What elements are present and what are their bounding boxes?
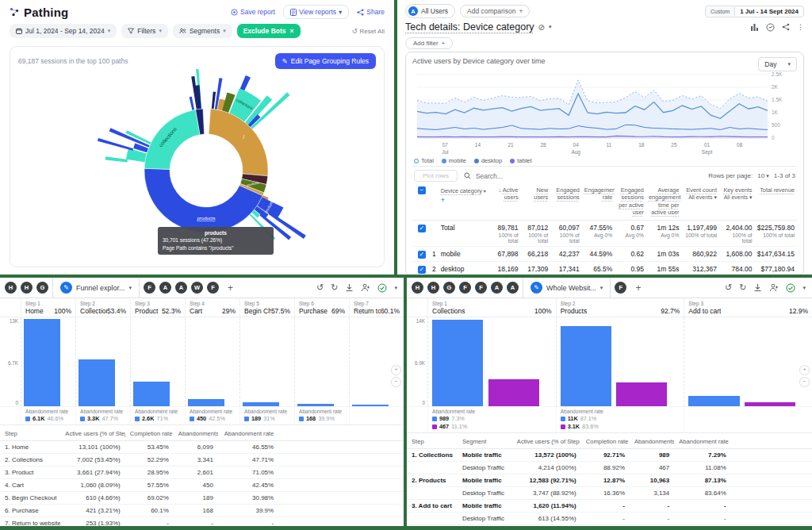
metric-header[interactable]: Engagement rate: [582, 185, 615, 220]
zoom-out-button[interactable]: −: [391, 377, 401, 387]
column-header[interactable]: Completion rate: [581, 435, 630, 449]
exploration-tab[interactable]: F: [144, 282, 155, 294]
date-range-picker[interactable]: Custom 1 Jul - 14 Sept 2024: [705, 6, 804, 17]
chart-toggle-icon[interactable]: [750, 23, 759, 32]
share-user-icon[interactable]: [769, 283, 779, 292]
exploration-tab[interactable]: H: [5, 282, 17, 294]
download-icon[interactable]: [753, 283, 762, 292]
zoom-in-button[interactable]: +: [799, 365, 810, 375]
column-header[interactable]: Active users (% of Step 1): [60, 427, 124, 441]
column-header[interactable]: Step: [407, 435, 458, 449]
redo-icon[interactable]: ↻: [331, 282, 338, 293]
more-vert-icon[interactable]: ⋮: [797, 23, 804, 31]
metric-header[interactable]: Engaged sessions per active user: [615, 185, 646, 220]
exploration-tab[interactable]: H: [21, 282, 33, 294]
share-user-icon[interactable]: [361, 283, 370, 292]
column-header[interactable]: Abandonment rate: [218, 427, 278, 441]
table-row[interactable]: 1. Home13,101 (100%)53.45%6,09946.55%: [0, 441, 404, 454]
chevron-down-icon[interactable]: ▾: [549, 24, 552, 30]
chevron-down-icon[interactable]: ▾: [802, 285, 806, 291]
granularity-select[interactable]: Day ▾: [758, 57, 797, 71]
metric-subfilter[interactable]: All events ▾: [722, 194, 753, 201]
metric-header[interactable]: Event countAll events ▾: [681, 185, 719, 220]
table-row[interactable]: 2. Collections7,002 (53.45%)52.29%3,3414…: [0, 454, 404, 467]
exploration-tab[interactable]: F: [615, 282, 626, 294]
column-header[interactable]: Abandonments: [174, 427, 218, 441]
column-header[interactable]: Step: [0, 427, 60, 441]
filters-button[interactable]: Filters ▾: [121, 24, 168, 38]
metric-header[interactable]: ↓ Active users: [489, 185, 521, 220]
all-users-chip[interactable]: A All Users: [405, 4, 455, 18]
legend-item[interactable]: tablet: [510, 157, 531, 164]
table-row[interactable]: Desktop Traffic613 (14.55%)---: [407, 513, 812, 525]
exploration-tab[interactable]: F: [459, 282, 471, 294]
segments-button[interactable]: Segments ▾: [173, 24, 232, 38]
share-button[interactable]: Share: [357, 8, 385, 16]
exploration-tab[interactable]: H: [427, 282, 439, 294]
active-exploration-tab[interactable]: ✎ Funnel explor... ▾: [52, 278, 140, 298]
chevron-down-icon[interactable]: ▾: [482, 189, 486, 194]
column-header[interactable]: Abandonment rate: [674, 435, 731, 449]
insights-icon[interactable]: [766, 23, 775, 32]
exploration-tab[interactable]: F: [475, 282, 487, 294]
exploration-tab[interactable]: G: [36, 282, 48, 294]
share-icon[interactable]: [782, 23, 790, 31]
table-row[interactable]: 2. ProductsMobile traffic12,583 (92.71%)…: [407, 474, 812, 487]
metric-header[interactable]: Total revenue: [754, 185, 797, 220]
zoom-in-button[interactable]: +: [391, 365, 401, 375]
metric-header[interactable]: Engaged sessions: [550, 185, 582, 220]
column-header[interactable]: Segment: [458, 435, 512, 449]
exploration-tab[interactable]: A: [159, 282, 171, 294]
saved-check-icon[interactable]: [786, 283, 795, 293]
close-icon[interactable]: ×: [290, 27, 294, 35]
table-row[interactable]: 6. Purchase421 (3.21%)60.1%16839.9%: [0, 505, 404, 517]
plot-rows-button[interactable]: Plot rows: [414, 170, 458, 182]
add-comparison-chip[interactable]: Add comparison +: [460, 5, 530, 17]
table-row[interactable]: 1. CollectionsMobile traffic13,572 (100%…: [407, 449, 812, 462]
new-tab-button[interactable]: +: [630, 282, 645, 294]
search-input[interactable]: [474, 171, 549, 181]
undo-icon[interactable]: ↺: [316, 282, 324, 293]
new-tab-button[interactable]: +: [223, 282, 238, 294]
exploration-tab[interactable]: W: [191, 282, 203, 294]
dimension-header[interactable]: Device category ▾ +: [439, 185, 489, 220]
view-reports-button[interactable]: View reports ▾: [283, 5, 349, 19]
table-row[interactable]: 3. Add to cartMobile traffic1,620 (11.94…: [407, 500, 812, 513]
metric-header[interactable]: New users: [521, 185, 551, 220]
redo-icon[interactable]: ↻: [739, 282, 746, 293]
table-row[interactable]: ✓1mobile67,89866,21842,23744.59%0.621m 0…: [412, 246, 797, 261]
metric-header[interactable]: Average engagement time per active user: [646, 185, 682, 220]
undo-icon[interactable]: ↺: [725, 282, 732, 293]
table-row[interactable]: Desktop Traffic3,747 (88.92%)16.36%3,134…: [407, 487, 812, 500]
saved-check-icon[interactable]: [377, 283, 387, 293]
table-row[interactable]: Desktop Traffic4,214 (100%)88.92%46711.0…: [407, 462, 812, 474]
exploration-tab[interactable]: F: [207, 282, 219, 294]
download-icon[interactable]: [345, 283, 354, 292]
table-row[interactable]: 3. Product3,661 (27.94%)28.95%2,60171.05…: [0, 467, 404, 479]
add-filter-button[interactable]: Add filter +: [405, 37, 453, 49]
save-report-button[interactable]: Save report: [231, 8, 275, 16]
exploration-tab[interactable]: A: [491, 282, 503, 294]
row-checkbox[interactable]: ✓: [418, 266, 426, 274]
legend-item[interactable]: mobile: [442, 157, 466, 164]
exploration-tab[interactable]: G: [443, 282, 455, 294]
column-header[interactable]: Active users (% of Step 1): [512, 435, 581, 449]
column-header[interactable]: Completion rate: [125, 427, 174, 441]
metric-subfilter[interactable]: All events ▾: [684, 194, 717, 201]
exploration-tab[interactable]: A: [175, 282, 187, 294]
edit-page-grouping-button[interactable]: ✎ Edit Page Grouping Rules: [275, 53, 376, 69]
table-row[interactable]: 4. Cart1,060 (8.09%)57.55%45042.45%: [0, 479, 404, 492]
chevron-down-icon[interactable]: ▾: [394, 285, 397, 291]
rows-per-page-select[interactable]: 10 ▾: [757, 172, 769, 179]
zoom-out-button[interactable]: −: [799, 377, 810, 387]
date-range-picker[interactable]: Jul 1, 2024 - Sep 14, 2024 ▾: [10, 24, 117, 38]
legend-item[interactable]: desktop: [474, 157, 502, 164]
add-dimension-icon[interactable]: +: [441, 196, 445, 204]
row-checkbox[interactable]: ✓: [418, 225, 426, 232]
row-checkbox[interactable]: ✓: [418, 251, 426, 259]
exploration-tab[interactable]: H: [412, 282, 423, 294]
metric-header[interactable]: Key eventsAll events ▾: [719, 185, 755, 220]
reset-all-button[interactable]: ↺ Reset All: [352, 28, 385, 35]
table-row[interactable]: 5. Begin Checkout610 (4.66%)69.02%18930.…: [0, 492, 404, 505]
table-row[interactable]: ✓2desktop18,16917,30917,34165.5%0.951m 5…: [412, 261, 797, 275]
